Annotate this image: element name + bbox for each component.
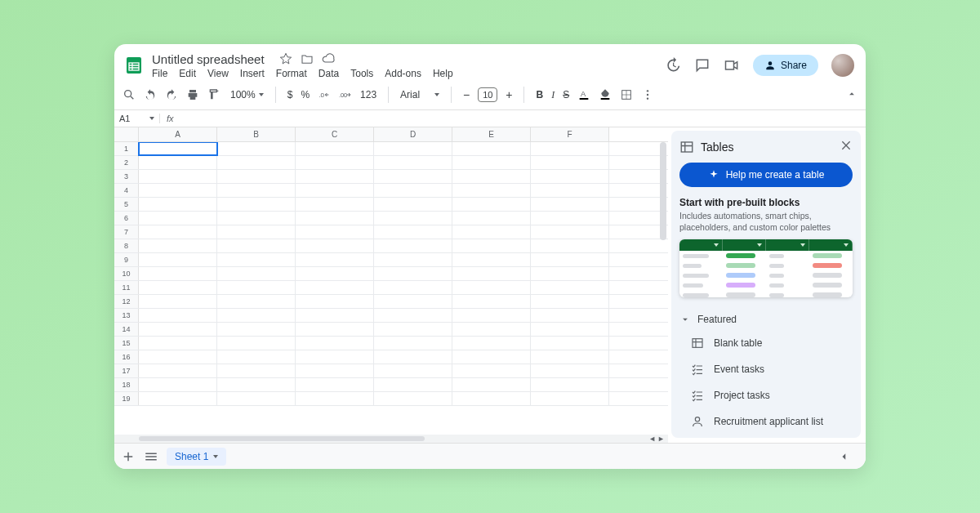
meet-icon[interactable] [724,57,740,74]
cell[interactable] [217,295,296,308]
row-header[interactable]: 19 [114,392,139,405]
italic-button[interactable]: I [551,89,555,101]
menu-file[interactable]: File [152,68,167,79]
cell[interactable] [139,364,217,377]
cell[interactable] [452,225,531,239]
row-header[interactable]: 15 [114,337,139,350]
cell[interactable] [139,295,217,308]
cell[interactable] [531,267,609,280]
cell[interactable] [139,225,217,239]
scroll-left-icon[interactable]: ◄ [648,435,656,443]
column-header[interactable]: F [531,127,609,141]
cell[interactable] [296,184,374,197]
column-header[interactable]: E [452,127,531,141]
more-options-icon[interactable] [641,88,654,101]
cell[interactable] [531,337,609,350]
explore-collapse-icon[interactable] [836,449,851,464]
undo-icon[interactable] [144,88,157,101]
formula-input[interactable] [180,110,866,127]
redo-icon[interactable] [165,88,178,101]
cell[interactable] [217,364,296,377]
cell[interactable] [531,253,609,266]
menu-insert[interactable]: Insert [240,68,265,79]
cell[interactable] [531,281,609,294]
cell[interactable] [296,170,374,183]
cell[interactable] [374,142,452,155]
cell[interactable] [531,225,609,239]
cell[interactable] [531,239,609,252]
cell[interactable] [531,378,609,391]
cell[interactable] [374,212,452,225]
cell[interactable] [217,212,296,225]
cell[interactable] [139,350,217,364]
cell[interactable] [296,295,374,308]
cell[interactable] [296,198,374,211]
paint-format-icon[interactable] [207,88,220,101]
cell[interactable] [139,378,217,391]
menu-edit[interactable]: Edit [179,68,196,79]
row-header[interactable]: 16 [114,350,139,364]
cell[interactable] [296,225,374,239]
row-header[interactable]: 8 [114,239,139,252]
cell[interactable] [139,142,217,155]
cell[interactable] [217,239,296,252]
cell[interactable] [531,295,609,308]
cell[interactable] [296,337,374,350]
cell[interactable] [296,350,374,364]
cell[interactable] [374,170,452,183]
cell[interactable] [452,253,531,266]
horizontal-scrollbar-thumb[interactable] [139,436,425,441]
collapse-toolbar-icon[interactable] [846,88,858,102]
cell[interactable] [139,253,217,266]
column-header[interactable]: A [139,127,217,141]
cell[interactable] [139,156,217,169]
menu-format[interactable]: Format [276,68,307,79]
cell[interactable] [139,281,217,294]
cell[interactable] [296,142,374,155]
row-header[interactable]: 1 [114,142,139,155]
cell[interactable] [296,309,374,322]
move-folder-icon[interactable] [301,52,314,65]
fill-color-icon[interactable] [599,88,612,101]
row-header[interactable]: 6 [114,212,139,225]
cell[interactable] [296,156,374,169]
cell[interactable] [139,184,217,197]
cell[interactable] [374,198,452,211]
bold-button[interactable]: B [536,89,543,100]
decrease-decimal-icon[interactable]: .0 [318,88,331,101]
cell[interactable] [374,239,452,252]
cell[interactable] [296,392,374,405]
sheet-tab[interactable]: Sheet 1 [167,448,226,466]
cell[interactable] [374,267,452,280]
column-header[interactable]: B [217,127,296,141]
cell[interactable] [452,212,531,225]
cell[interactable] [296,378,374,391]
add-sheet-icon[interactable] [121,449,136,464]
cell[interactable] [452,281,531,294]
row-header[interactable]: 4 [114,184,139,197]
cell[interactable] [374,156,452,169]
cell[interactable] [139,170,217,183]
row-header[interactable]: 13 [114,309,139,322]
row-header[interactable]: 11 [114,281,139,294]
cloud-status-icon[interactable] [322,52,335,65]
cell[interactable] [374,309,452,322]
cell[interactable] [217,267,296,280]
font-size-input[interactable]: 10 [478,87,497,102]
cell[interactable] [452,392,531,405]
menu-addons[interactable]: Add-ons [385,68,421,79]
cell[interactable] [531,212,609,225]
search-icon[interactable] [122,88,136,101]
row-header[interactable]: 17 [114,364,139,377]
strikethrough-button[interactable]: S [563,89,569,100]
cell[interactable] [217,337,296,350]
cell[interactable] [452,239,531,252]
select-all-corner[interactable] [114,127,139,141]
cell[interactable] [217,281,296,294]
featured-section-toggle[interactable]: Featured [679,314,853,325]
cell[interactable] [531,170,609,183]
cell[interactable] [531,364,609,377]
row-header[interactable]: 7 [114,225,139,239]
document-title[interactable]: Untitled spreadsheet [152,52,265,66]
cell[interactable] [531,156,609,169]
